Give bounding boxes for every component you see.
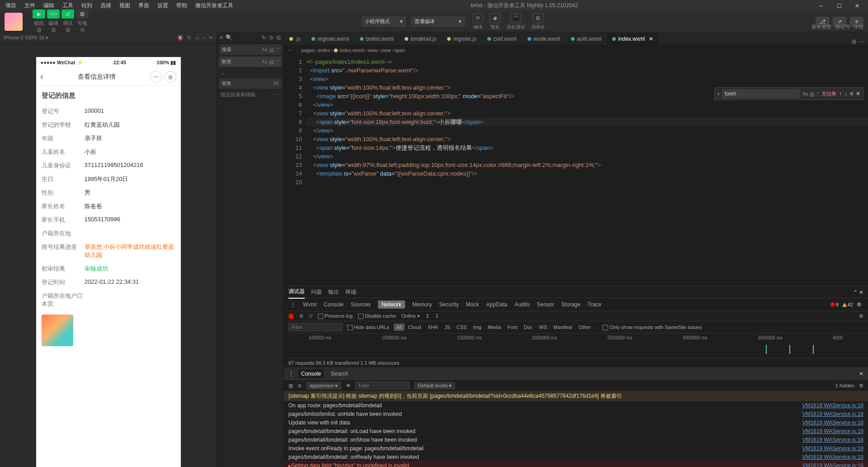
collapse-icon[interactable]: ⊟ (276, 34, 281, 41)
search-result-row[interactable]: 教育 Aaab.* (219, 57, 282, 67)
maximize-button[interactable]: ☐ (830, 0, 848, 11)
tab-index.wxml[interactable]: index.wxml ✕ (607, 33, 659, 45)
bc-index[interactable]: index (318, 48, 330, 53)
console-sidebar-icon[interactable]: ▥ (288, 383, 293, 389)
devtab-Sources[interactable]: Sources (351, 301, 371, 308)
chip-WS[interactable]: WS (536, 324, 550, 331)
chip-Manifest[interactable]: Manifest (551, 324, 575, 331)
context-select[interactable]: appservice ▾ (306, 382, 341, 390)
chip-Cloud[interactable]: Cloud (406, 324, 424, 331)
chip-CSS[interactable]: CSS (454, 324, 470, 331)
chip-Font[interactable]: Font (505, 324, 520, 331)
search-input-row[interactable]: 搜索 Aaab.* (219, 44, 282, 55)
menu-设置[interactable]: 设置 (154, 0, 172, 11)
scope-row[interactable]: 指定目录和排除⋯ (217, 90, 283, 100)
nav-fwd-icon[interactable]: → (294, 48, 299, 53)
tab-bmlist.wxml[interactable]: bmlist.wxml (354, 33, 399, 45)
console-clear-icon[interactable]: ⊘ (297, 383, 302, 389)
more-icon[interactable]: ⋯ (859, 38, 864, 45)
console-filter-input[interactable] (355, 381, 410, 390)
console-settings-icon[interactable]: ⚙ (859, 383, 863, 389)
error-badge[interactable]: 9 (830, 302, 839, 307)
capsule-menu[interactable]: ⋯ (150, 71, 162, 83)
find-prev-icon[interactable]: ↑ (839, 91, 842, 97)
preserve-log-check[interactable]: Preserve log (318, 313, 353, 319)
dt-up-icon[interactable]: ⌃ (853, 289, 858, 295)
replace-input-row[interactable]: 替换 AB (219, 78, 282, 89)
search-chevron[interactable]: ⌄ (217, 68, 283, 77)
find-expand-icon[interactable]: › (717, 91, 719, 97)
tab-auth.wxml[interactable]: auth.wxml (566, 33, 607, 45)
find-input[interactable] (722, 89, 800, 98)
dt-tab-输出[interactable]: 输出 (328, 286, 339, 298)
close-button[interactable]: ✕ (848, 0, 866, 11)
hide-data-urls-check[interactable]: Hide data URLs (347, 324, 389, 330)
export-icon[interactable]: ↧ (435, 313, 439, 319)
devtools-settings-icon[interactable]: ⚙ (857, 301, 862, 308)
rotate-icon[interactable]: ↻ (187, 35, 191, 41)
refresh-icon[interactable]: ↻ (262, 34, 266, 41)
back-icon[interactable]: ◁ (195, 35, 198, 41)
chip-Img[interactable]: Img (470, 324, 484, 331)
devtab-AppData[interactable]: AppData (486, 301, 507, 308)
device-select[interactable]: iPhone 5 100% 16 ▾ (4, 35, 48, 41)
find-close-icon[interactable]: ✕ (856, 91, 860, 97)
find-selection-icon[interactable]: ≡ (850, 91, 853, 97)
console-menu-icon[interactable]: ⋮ (288, 371, 294, 377)
eye-icon[interactable]: 👁 (346, 383, 351, 388)
split-icon[interactable]: ⊞ (852, 38, 856, 45)
filter-toggle-icon[interactable]: ▽ (309, 313, 312, 319)
editor-toggle[interactable]: </> (47, 10, 60, 19)
network-timeline[interactable]: 500000 ms1000000 ms1500000 ms2000000 ms2… (284, 334, 868, 358)
dt-tab-终端[interactable]: 终端 (345, 286, 356, 298)
menu-选择[interactable]: 选择 (97, 0, 115, 11)
menu-帮助[interactable]: 帮助 (173, 0, 191, 11)
bc-index.wxml[interactable]: index.wxml (340, 48, 364, 53)
chip-Doc[interactable]: Doc (521, 324, 536, 331)
simulator-toggle[interactable]: ▶ (33, 10, 45, 19)
devtab-Memory[interactable]: Memory (412, 301, 432, 308)
console-close-icon[interactable]: ✕ (859, 371, 863, 377)
search-icon[interactable]: 🔍 (226, 34, 232, 41)
menu-视图[interactable]: 视图 (116, 0, 134, 11)
search-toggle-icon[interactable]: ≡ (220, 34, 223, 41)
tab-wode.wxml[interactable]: wode.wxml (522, 33, 566, 45)
menu-界面[interactable]: 界面 (135, 0, 153, 11)
chip-JS[interactable]: JS (442, 324, 453, 331)
bc-span[interactable]: span (394, 48, 405, 53)
devtab-Storage[interactable]: Storage (561, 301, 580, 308)
menu-项目[interactable]: 项目 (2, 0, 20, 11)
tab-zxkf.wxml[interactable]: zxkf.wxml (482, 33, 522, 45)
chip-All[interactable]: All (394, 324, 405, 331)
nav-back-icon[interactable]: ← (288, 48, 292, 53)
dt-menu-icon[interactable]: ⋮ (290, 301, 296, 308)
find-next-icon[interactable]: ↓ (844, 91, 847, 97)
throttle-select[interactable]: Online ▾ (401, 313, 420, 319)
dt-close-icon[interactable]: ✕ (859, 289, 863, 295)
tab-bmdetail.js[interactable]: bmdetail.js (399, 33, 442, 45)
record-button[interactable] (288, 314, 294, 319)
action-清缓存[interactable]: ⊞清缓存 (528, 13, 547, 30)
network-filter-input[interactable] (288, 323, 343, 331)
import-icon[interactable]: ↥ (425, 313, 429, 319)
devtab-Console[interactable]: Console (324, 301, 344, 308)
capsule-close[interactable]: ◎ (165, 71, 176, 83)
compile-mode-select[interactable]: 普通编译▾ (411, 16, 465, 27)
chip-Other[interactable]: Other (576, 324, 594, 331)
clear-network-icon[interactable]: ⊘ (299, 313, 303, 319)
home-icon[interactable]: ○ (202, 35, 205, 41)
mute-icon[interactable]: 🔇 (177, 35, 184, 41)
tab-register.js[interactable]: register.js (442, 33, 481, 45)
visual-toggle[interactable]: ⊞ (76, 10, 89, 19)
dt-tab-调试器[interactable]: 调试器 (288, 286, 305, 299)
chip-Media[interactable]: Media (485, 324, 504, 331)
disable-cache-check[interactable]: Disable cache (358, 313, 396, 319)
chip-XHR[interactable]: XHR (425, 324, 441, 331)
devtab-Audits[interactable]: Audits (514, 301, 529, 308)
tab-register.wxml[interactable]: register.wxml (306, 33, 354, 45)
devtab-Security[interactable]: Security (439, 301, 458, 308)
page-back-button[interactable]: ‹ (41, 72, 43, 81)
cut-icon[interactable]: ✂ (209, 35, 213, 41)
devtab-Network[interactable]: Network (378, 300, 405, 309)
action-编译[interactable]: ⟳编译 (470, 13, 486, 30)
